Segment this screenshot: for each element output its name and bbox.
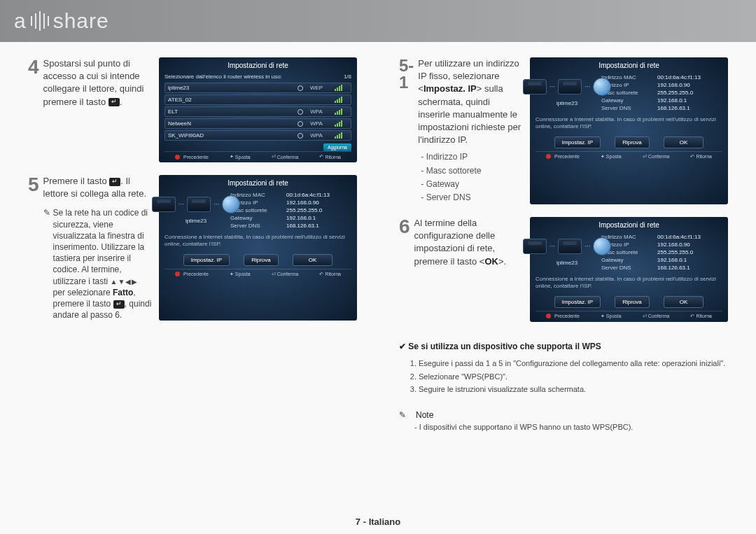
router-row[interactable]: ATES_02 — [164, 94, 351, 105]
shot-list-header: Selezionare dall'elenco il router wirele… — [164, 73, 282, 80]
signal-icon — [328, 97, 348, 103]
logo-bars-icon — [29, 11, 50, 31]
ip-info-row: Server DNS168.126.63.1 — [230, 222, 351, 230]
router-row[interactable]: SK_WiFi90ADWPA — [164, 130, 351, 141]
ssid-label: iptime23 — [556, 100, 578, 106]
step-4-number: 4 — [28, 57, 39, 162]
step-5-number: 5 — [28, 175, 39, 321]
ip-info-row: Server DNS168.126.63.1 — [601, 104, 722, 112]
lock-icon — [298, 85, 303, 91]
step-4: 4 Spostarsi sul punto di accesso a cui s… — [28, 57, 357, 162]
ok-button[interactable]: OK — [293, 254, 333, 266]
lock-icon — [298, 133, 303, 139]
step-5: 5 Premere il tasto . Il lettore si colle… — [28, 175, 357, 321]
refresh-button[interactable]: Aggiorna — [323, 143, 351, 151]
screenshot-router-list: Impostazioni di rete Selezionare dall'el… — [159, 57, 357, 162]
ip-info-row: Indirizzo IP192.168.0.90 — [601, 81, 722, 89]
wps-step: Seguire le istruzioni visualizzate sulla… — [419, 383, 728, 396]
shot-list-page: 1/8 — [344, 73, 351, 80]
logo-text-b: share — [53, 9, 109, 33]
shot-conn-msg: Connessione a Internet stabilita. In cas… — [536, 116, 722, 131]
ip-info-row: Indirizzo IP192.168.0.90 — [601, 241, 722, 248]
ip-info-row: Gateway192.168.0.1 — [601, 97, 722, 104]
ip-info-row: Gateway192.168.0.1 — [230, 214, 351, 222]
step-6-text: Al termine della configurazione delle im… — [414, 217, 523, 322]
router-icon — [558, 239, 582, 254]
shot-nav-row: Precedente ✦Sposta ⏎Conferma ↶Ritorna — [164, 151, 351, 160]
left-column: 4 Spostarsi sul punto di accesso a cui s… — [28, 57, 357, 431]
ip-field-item: Server DNS — [421, 191, 523, 204]
signal-icon — [328, 85, 348, 91]
screenshot-ip-info-a: Impostazioni di rete ··· ··· iptime23 In… — [159, 175, 357, 321]
player-icon — [523, 79, 547, 94]
red-dot-icon — [546, 154, 551, 159]
lock-icon — [298, 109, 303, 115]
router-row[interactable]: NetweeNWPA — [164, 118, 351, 129]
retry-button[interactable]: Riprova — [615, 136, 650, 148]
page-body: 4 Spostarsi sul punto di accesso a cui s… — [0, 42, 756, 431]
ip-info-row: Indirizzo MAC00:1d:6a:4c:f1:13 — [230, 191, 351, 199]
wps-title: Se si utilizza un dispositivo che suppor… — [408, 342, 601, 351]
shot-title: Impostazioni di rete — [536, 221, 722, 229]
shot-title: Impostazioni di rete — [164, 179, 351, 187]
ip-settings-button[interactable]: Impostaz. IP — [183, 254, 230, 266]
shot-title: Impostazioni di rete — [536, 62, 722, 69]
shot-title: Impostazioni di rete — [164, 62, 351, 69]
shot-conn-msg: Connessione a Internet stabilita. In cas… — [536, 276, 722, 290]
logo-text-a: a — [14, 9, 27, 33]
ip-info-row: Masc sottorete255.255.255.0 — [230, 206, 351, 214]
right-column: 5-1 Per utilizzare un indirizzo IP fisso… — [399, 57, 728, 431]
shot-nav-row: Precedente ✦Sposta ⏎Conferma ↶Ritorna — [536, 151, 722, 160]
router-row[interactable]: ELTWPA — [164, 106, 351, 117]
shot-nav-row: Precedente ✦Sposta ⏎Conferma ↶Ritorna — [164, 269, 351, 277]
red-dot-icon — [175, 155, 180, 160]
wps-step: Selezionare "WPS(PBC)". — [419, 370, 728, 384]
check-icon: ✔ — [399, 342, 406, 351]
ok-button[interactable]: OK — [664, 136, 704, 148]
ip-info-row: Indirizzo MAC00:1d:6a:4c:f1:13 — [601, 73, 722, 81]
note-text: I dispositivi che supportano il WPS hann… — [419, 423, 634, 431]
ip-info-row: Gateway192.168.0.1 — [601, 256, 722, 264]
retry-button[interactable]: Riprova — [615, 296, 650, 308]
enter-icon — [109, 178, 120, 186]
logo: a share — [14, 9, 109, 33]
enter-icon — [108, 98, 120, 106]
ip-settings-button[interactable]: Impostaz. IP — [554, 296, 601, 308]
shot-conn-msg: Connessione a Internet stabilita. In cas… — [164, 234, 351, 248]
red-dot-icon — [175, 272, 180, 276]
router-row[interactable]: iptime23WEP — [164, 83, 351, 93]
device-icons: ··· ··· iptime23 — [536, 237, 598, 269]
enter-icon — [113, 300, 125, 309]
ip-settings-button[interactable]: Impostaz. IP — [554, 136, 601, 148]
step-5-1-number: 5-1 — [399, 57, 414, 204]
step-4-text: Spostarsi sul punto di accesso a cui si … — [43, 57, 152, 162]
step-6: 6 Al termine della configurazione delle … — [399, 217, 728, 322]
ip-field-item: Gateway — [421, 178, 523, 191]
ip-info-row: Server DNS168.126.63.1 — [601, 264, 722, 272]
ip-info-row: Indirizzo IP192.168.0.90 — [230, 199, 351, 206]
wps-list: Eseguire i passi da 1 a 5 in "Configuraz… — [419, 357, 728, 396]
step-5-text: Premere il tasto . Il lettore si collega… — [43, 175, 152, 321]
router-icon — [558, 79, 582, 94]
arrow-keys-icon: ▲▼◀▶ — [111, 278, 139, 286]
step-6-number: 6 — [399, 217, 410, 322]
player-icon — [152, 197, 176, 212]
ssid-label: iptime23 — [556, 260, 578, 266]
step-5-1: 5-1 Per utilizzare un indirizzo IP fisso… — [399, 57, 728, 204]
player-icon — [523, 239, 547, 254]
ssid-label: iptime23 — [186, 218, 206, 224]
screenshot-ip-info-b: Impostazioni di rete ··· ··· iptime23 In… — [530, 57, 728, 204]
ip-info-row: Masc sottorete255.255.255.0 — [601, 248, 722, 256]
retry-button[interactable]: Riprova — [244, 254, 279, 266]
shot-nav-row: Precedente ✦Sposta ⏎Conferma ↶Ritorna — [536, 311, 722, 319]
lock-icon — [298, 121, 303, 127]
screenshot-ip-info-c: Impostazioni di rete ··· ··· iptime23 In… — [530, 217, 728, 322]
router-icon — [187, 197, 211, 212]
note-title: Note — [416, 410, 433, 420]
ip-info-row: Indirizzo MAC00:1d:6a:4c:f1:13 — [601, 233, 722, 241]
step-5-1-text: Per utilizzare un indirizzo IP fisso, se… — [418, 57, 523, 204]
signal-icon — [328, 132, 348, 139]
note-icon: ✎ — [43, 207, 50, 321]
note-section: ✎ Note - I dispositivi che supportano il… — [399, 410, 728, 431]
ok-button[interactable]: OK — [664, 296, 704, 308]
